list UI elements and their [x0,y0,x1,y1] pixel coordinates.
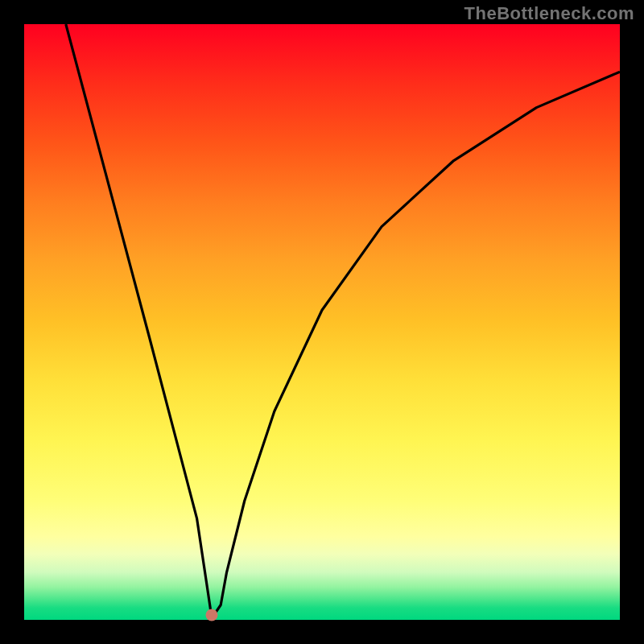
watermark-text: TheBottleneck.com [464,3,634,24]
optimal-point-marker [206,609,218,621]
bottleneck-curve-path [66,24,620,618]
curve-svg [24,24,620,620]
chart-frame: TheBottleneck.com [0,0,644,644]
plot-area [24,24,620,620]
